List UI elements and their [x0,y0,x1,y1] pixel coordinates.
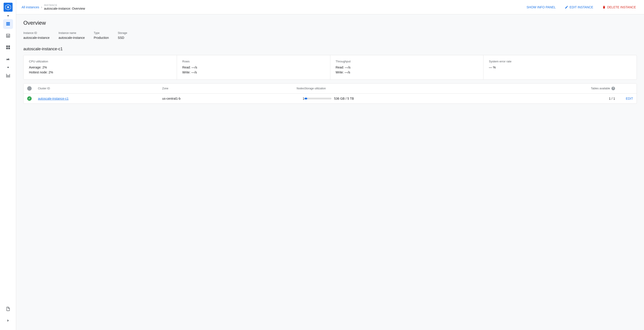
cluster-edit-link[interactable]: EDIT [626,97,633,100]
sidebar-dot-2 [8,67,9,68]
rows-read: Read: —/s [182,65,325,70]
status-header-circle [27,86,32,91]
nodes-value: 1 [303,97,304,100]
sidebar-item-chart[interactable] [3,54,13,64]
info-col-storage: Storage SSD [118,32,127,40]
svg-rect-4 [6,25,10,26]
main-content: All instances › INSTANCE autoscale-insta… [16,0,644,330]
cluster-title: autoscale-instance-c1 [23,47,637,52]
cpu-hottest: Hottest node: 2% [29,70,171,75]
storage-bar-fill [304,98,308,100]
col-header-status [27,86,38,91]
delete-instance-label: DELETE INSTANCE [607,6,636,9]
sidebar [0,0,16,330]
cluster-table: Cluster ID Zone Nodes Storage utilizatio… [23,83,637,104]
metric-error-rate: System error rate — % [484,55,636,80]
metric-rows: Rows Read: —/s Write: —/s [177,55,330,80]
row-cluster-id: autoscale-instance-c1 [38,97,162,100]
table-row: ✓ autoscale-instance-c1 us-central1-b 1 … [24,94,636,104]
storage-bar [304,98,332,100]
cluster-table-header: Cluster ID Zone Nodes Storage utilizatio… [24,84,636,94]
info-col-instance-name: Instance name autoscale-instance [58,32,85,40]
rows-label: Rows [182,60,325,63]
instance-id-value: autoscale-instance [23,36,50,40]
svg-point-1 [8,6,9,8]
delete-instance-button[interactable]: DELETE INSTANCE [600,4,638,11]
page-content: Overview Instance ID autoscale-instance … [16,14,644,330]
row-action: EDIT [615,97,633,100]
info-col-type: Type Production [94,32,109,40]
tables-help-icon[interactable]: ? [612,87,615,90]
cpu-label: CPU utilization [29,60,171,63]
metrics-card: CPU utilization Average: 2% Hottest node… [23,55,637,80]
cpu-average: Average: 2% [29,65,171,70]
page-title: Overview [23,20,637,26]
row-storage: 536 GB / 5 TB [304,97,491,100]
breadcrumb-all-instances[interactable]: All instances [22,6,39,9]
instance-id-label: Instance ID [23,32,50,34]
storage-value: SSD [118,36,127,40]
breadcrumb-separator: › [41,5,42,9]
sidebar-item-table[interactable] [3,31,13,41]
row-tables: 1 / 1 [491,97,615,100]
sidebar-bottom [3,304,13,327]
instance-name-label: Instance name [58,32,85,34]
row-zone: us-central1-b [162,97,286,100]
type-label: Type [94,32,109,34]
throughput-label: Throughput [336,60,478,63]
col-header-zone: Zone [162,87,286,90]
col-header-cluster-id: Cluster ID [38,87,162,90]
breadcrumb-page-title: autoscale-instance: Overview [44,7,85,10]
sidebar-item-instances[interactable] [3,19,13,29]
col-header-tables: Tables available ? [491,87,615,90]
sidebar-dot-1 [8,15,9,16]
sidebar-item-expand[interactable] [3,316,13,326]
sidebar-item-grid[interactable] [3,42,13,52]
instance-name-value: autoscale-instance [58,36,85,40]
breadcrumb-label: INSTANCE [44,4,85,6]
col-header-storage: Storage utilization [304,87,491,90]
edit-icon [565,6,568,9]
app-logo [4,3,12,12]
storage-text: 536 GB / 5 TB [334,97,354,100]
metric-throughput: Throughput Read: —/s Write: —/s [330,55,484,80]
row-nodes: 1 [286,97,304,100]
cluster-id-link[interactable]: autoscale-instance-c1 [38,97,68,100]
svg-rect-3 [6,23,10,24]
tables-value: 1 / 1 [609,97,615,100]
tables-header-text: Tables available [591,87,610,90]
error-rate-label: System error rate [489,60,631,63]
type-value: Production [94,36,109,40]
svg-rect-2 [6,22,10,23]
zone-value: us-central1-b [162,97,180,100]
breadcrumb: All instances › INSTANCE autoscale-insta… [22,4,85,10]
topbar-actions: SHOW INFO PANEL EDIT INSTANCE DELETE INS… [524,4,638,11]
metric-cpu: CPU utilization Average: 2% Hottest node… [24,55,177,80]
error-rate-value: — % [489,65,631,70]
status-green-circle: ✓ [27,96,32,101]
row-status: ✓ [27,96,38,101]
col-header-nodes: Nodes [286,87,304,90]
throughput-write: Write: —/s [336,70,478,75]
info-col-instance-id: Instance ID autoscale-instance [23,32,50,40]
breadcrumb-current: INSTANCE autoscale-instance: Overview [44,4,85,10]
throughput-read: Read: —/s [336,65,478,70]
checkmark-icon: ✓ [28,97,30,100]
sidebar-item-metrics[interactable] [3,71,13,80]
rows-write: Write: —/s [182,70,325,75]
sidebar-item-docs[interactable] [3,304,13,314]
instance-info-section: Instance ID autoscale-instance Instance … [23,32,637,40]
delete-icon [602,6,606,9]
storage-label: Storage [118,32,127,34]
edit-instance-label: EDIT INSTANCE [570,6,593,9]
topbar: All instances › INSTANCE autoscale-insta… [16,0,644,14]
edit-instance-button[interactable]: EDIT INSTANCE [562,4,596,11]
show-info-panel-button[interactable]: SHOW INFO PANEL [524,4,558,11]
